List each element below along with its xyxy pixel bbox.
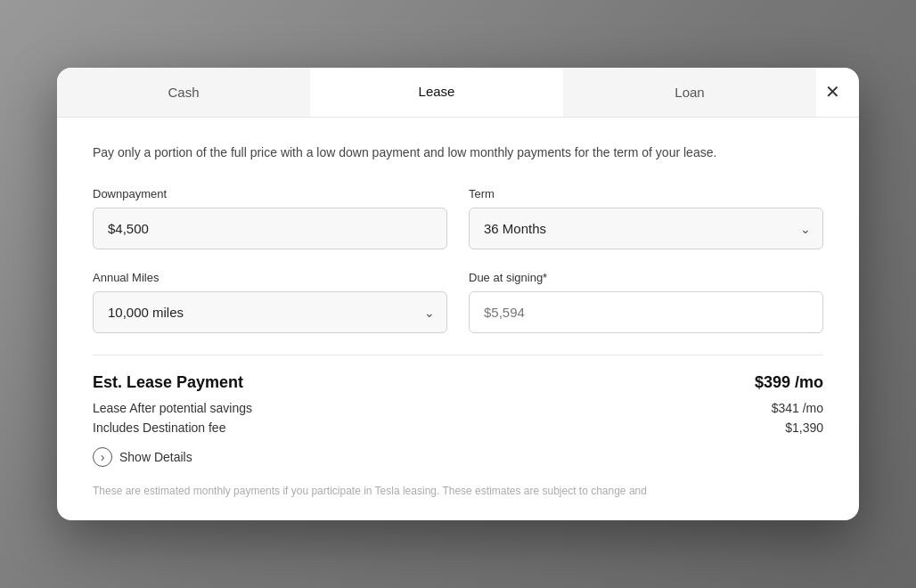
close-button[interactable]: ✕: [818, 78, 846, 106]
term-select[interactable]: 24 Months 36 Months 48 Months 60 Months: [469, 208, 823, 249]
footer-note: These are estimated monthly payments if …: [93, 483, 823, 499]
payment-main-row: Est. Lease Payment $399 /mo: [93, 373, 823, 392]
form-row-2: Annual Miles 10,000 miles 12,000 miles 1…: [93, 271, 823, 333]
show-details-label: Show Details: [119, 450, 192, 464]
downpayment-input[interactable]: [93, 208, 447, 249]
payment-sub-label-1: Includes Destination fee: [93, 421, 225, 435]
modal-container: Cash Lease Loan ✕ Pay only a portion of …: [57, 68, 859, 520]
payment-main-label: Est. Lease Payment: [93, 373, 243, 392]
tab-loan[interactable]: Loan: [563, 68, 816, 117]
payment-sub-row-0: Lease After potential savings $341 /mo: [93, 401, 823, 415]
term-group: Term 24 Months 36 Months 48 Months 60 Mo…: [469, 187, 823, 249]
due-at-signing-group: Due at signing*: [469, 271, 823, 333]
term-select-wrapper: 24 Months 36 Months 48 Months 60 Months …: [469, 208, 823, 249]
show-details-row[interactable]: Show Details: [93, 447, 823, 467]
payment-sub-row-1: Includes Destination fee $1,390: [93, 421, 823, 435]
form-row-1: Downpayment Term 24 Months 36 Months 48 …: [93, 187, 823, 249]
annual-miles-group: Annual Miles 10,000 miles 12,000 miles 1…: [93, 271, 447, 333]
payment-sub-value-1: $1,390: [785, 421, 823, 435]
downpayment-label: Downpayment: [93, 187, 447, 200]
tab-lease[interactable]: Lease: [310, 68, 563, 117]
show-details-icon: [93, 447, 112, 467]
annual-miles-select[interactable]: 10,000 miles 12,000 miles 15,000 miles: [93, 291, 447, 333]
due-at-signing-label: Due at signing*: [469, 271, 823, 284]
payment-sub-value-0: $341 /mo: [772, 401, 823, 415]
term-label: Term: [469, 187, 823, 200]
tab-cash[interactable]: Cash: [57, 68, 310, 117]
payment-sub-label-0: Lease After potential savings: [93, 401, 252, 415]
payment-section: Est. Lease Payment $399 /mo Lease After …: [93, 355, 823, 467]
downpayment-group: Downpayment: [93, 187, 447, 249]
annual-miles-label: Annual Miles: [93, 271, 447, 284]
tab-bar: Cash Lease Loan ✕: [57, 68, 859, 118]
description-text: Pay only a portion of the full price wit…: [93, 143, 823, 162]
due-at-signing-input[interactable]: [469, 291, 823, 333]
annual-miles-select-wrapper: 10,000 miles 12,000 miles 15,000 miles ⌄: [93, 291, 447, 333]
payment-main-value: $399 /mo: [755, 373, 823, 392]
modal-body: Pay only a portion of the full price wit…: [57, 118, 859, 520]
